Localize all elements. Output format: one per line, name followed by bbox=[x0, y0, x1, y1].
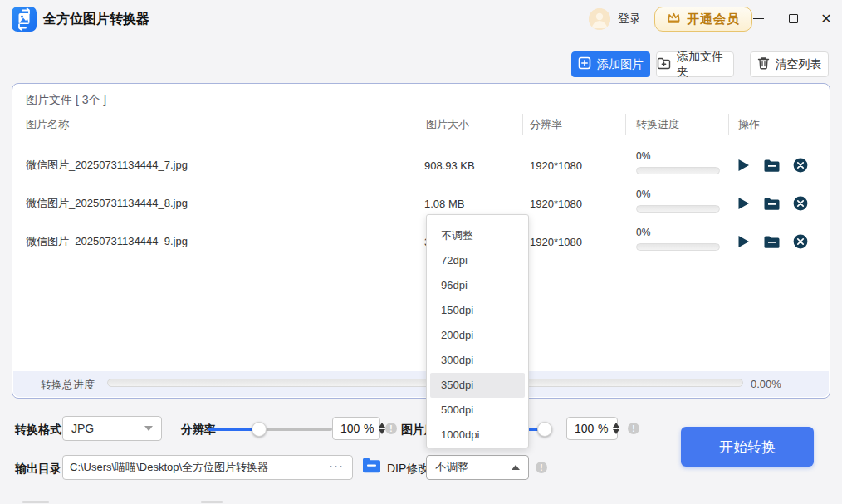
output-dir-label: 输出目录 bbox=[15, 462, 61, 477]
total-progress-bar bbox=[107, 379, 743, 387]
quality-spinner[interactable]: % bbox=[566, 417, 618, 440]
row-progress-label: 0% bbox=[636, 227, 650, 238]
play-icon[interactable] bbox=[736, 158, 751, 174]
quality-slider-handle[interactable] bbox=[537, 422, 552, 437]
app-window: 全方位图片转换器 登录 开通会员 ✕ bbox=[0, 0, 842, 504]
add-image-icon bbox=[578, 56, 591, 72]
menu-item[interactable]: 500dpi bbox=[430, 398, 525, 423]
resolution-spinner[interactable]: % bbox=[332, 417, 380, 440]
app-title: 全方位图片转换器 bbox=[43, 11, 149, 28]
output-path-input[interactable] bbox=[63, 462, 326, 474]
play-icon[interactable] bbox=[736, 196, 751, 212]
file-resolution: 1920*1080 bbox=[530, 223, 582, 261]
column-divider bbox=[728, 114, 729, 135]
file-resolution: 1920*1080 bbox=[530, 146, 582, 184]
total-progress-value: 0.00% bbox=[751, 378, 781, 390]
quality-input[interactable] bbox=[575, 422, 598, 435]
chevron-up-icon bbox=[512, 465, 520, 470]
row-progress-label: 0% bbox=[636, 150, 650, 162]
column-header-size: 图片大小 bbox=[426, 117, 469, 132]
spinner-arrows-icon[interactable] bbox=[613, 423, 619, 434]
login-link[interactable]: 登录 bbox=[618, 12, 641, 27]
column-divider bbox=[625, 114, 626, 135]
table-row[interactable]: 微信图片_20250731134444_7.jpg 908.93 KB 1920… bbox=[12, 146, 830, 184]
trash-icon bbox=[757, 56, 770, 72]
info-icon[interactable]: ! bbox=[385, 423, 397, 434]
file-count-title: 图片文件 [ 3个 ] bbox=[26, 93, 106, 108]
info-icon[interactable]: ! bbox=[628, 423, 639, 434]
row-progress-bar bbox=[636, 205, 720, 213]
row-progress-bar bbox=[636, 167, 720, 174]
output-folder-icon[interactable] bbox=[362, 458, 381, 477]
open-folder-icon[interactable] bbox=[764, 196, 780, 212]
column-header-name: 图片名称 bbox=[26, 117, 69, 132]
avatar[interactable] bbox=[589, 8, 610, 30]
play-icon[interactable] bbox=[736, 234, 751, 250]
dip-label: DIP修改 bbox=[387, 462, 429, 477]
column-divider bbox=[419, 114, 419, 135]
taskbar-artifact bbox=[201, 501, 223, 503]
file-name: 微信图片_20250731134444_8.jpg bbox=[26, 184, 188, 223]
maximize-button[interactable] bbox=[781, 7, 805, 30]
toolbar-divider bbox=[742, 56, 742, 73]
add-folder-button[interactable]: 添加文件夹 bbox=[656, 51, 734, 77]
add-image-button[interactable]: 添加图片 bbox=[571, 51, 650, 77]
add-folder-icon bbox=[657, 57, 671, 72]
vip-label: 开通会员 bbox=[687, 12, 740, 27]
menu-item[interactable]: 不调整 bbox=[430, 223, 525, 248]
file-size: 908.93 KB bbox=[424, 146, 475, 184]
start-convert-button[interactable]: 开始转换 bbox=[681, 427, 814, 467]
remove-icon[interactable] bbox=[792, 234, 808, 250]
info-icon[interactable]: ! bbox=[536, 462, 547, 473]
browse-button[interactable]: ··· bbox=[326, 458, 352, 477]
clear-list-button[interactable]: 清空列表 bbox=[750, 51, 829, 77]
resolution-slider[interactable] bbox=[208, 428, 332, 431]
menu-item-highlighted[interactable]: 350dpi bbox=[430, 373, 525, 398]
file-name: 微信图片_20250731134444_9.jpg bbox=[26, 223, 188, 261]
file-name: 微信图片_20250731134444_7.jpg bbox=[26, 146, 188, 184]
table-row[interactable]: 微信图片_20250731134444_9.jpg 3 1920*1080 0% bbox=[12, 223, 830, 261]
titlebar: 全方位图片转换器 登录 开通会员 ✕ bbox=[0, 0, 842, 38]
menu-item[interactable]: 200dpi bbox=[430, 323, 525, 348]
file-resolution: 1920*1080 bbox=[530, 184, 582, 223]
app-logo-icon bbox=[12, 7, 37, 32]
remove-icon[interactable] bbox=[792, 196, 808, 212]
vip-button[interactable]: 开通会员 bbox=[654, 7, 752, 32]
taskbar-artifact bbox=[22, 501, 49, 503]
close-button[interactable]: ✕ bbox=[814, 7, 839, 30]
output-path-field[interactable]: ··· bbox=[62, 455, 353, 480]
file-list-panel: 图片文件 [ 3个 ] 图片名称 图片大小 分辨率 转换进度 操作 微信图片_2… bbox=[12, 83, 830, 399]
resolution-input[interactable] bbox=[340, 422, 364, 435]
table-row[interactable]: 微信图片_20250731134444_8.jpg 1.08 MB 1920*1… bbox=[12, 184, 830, 223]
format-label: 转换格式 bbox=[15, 423, 61, 438]
remove-icon[interactable] bbox=[792, 158, 808, 174]
dip-select[interactable]: 不调整 bbox=[426, 455, 529, 480]
total-progress-label: 转换总进度 bbox=[41, 378, 95, 393]
menu-item[interactable]: 1000dpi bbox=[430, 423, 525, 448]
dip-dropdown-menu: 不调整 72dpi 96dpi 150dpi 200dpi 300dpi 350… bbox=[426, 214, 529, 448]
column-header-progress: 转换进度 bbox=[636, 117, 679, 132]
row-progress-bar bbox=[636, 243, 720, 251]
menu-item[interactable]: 96dpi bbox=[430, 273, 525, 298]
maximize-icon bbox=[789, 14, 798, 23]
minimize-button[interactable] bbox=[746, 7, 771, 30]
menu-item[interactable]: 300dpi bbox=[430, 348, 525, 373]
column-divider bbox=[522, 114, 523, 135]
row-progress-label: 0% bbox=[636, 188, 650, 200]
crown-icon bbox=[667, 12, 681, 27]
column-header-resolution: 分辨率 bbox=[530, 117, 562, 132]
total-progress-strip: 转换总进度 0.00% bbox=[13, 371, 829, 397]
resolution-slider-handle[interactable] bbox=[252, 422, 267, 437]
format-select[interactable]: JPG bbox=[62, 416, 162, 441]
chevron-down-icon bbox=[144, 426, 153, 431]
open-folder-icon[interactable] bbox=[764, 234, 780, 250]
menu-item[interactable]: 72dpi bbox=[430, 248, 525, 273]
minimize-icon bbox=[753, 18, 764, 19]
column-header-actions: 操作 bbox=[738, 117, 760, 132]
menu-item[interactable]: 150dpi bbox=[430, 298, 525, 323]
open-folder-icon[interactable] bbox=[764, 158, 780, 174]
